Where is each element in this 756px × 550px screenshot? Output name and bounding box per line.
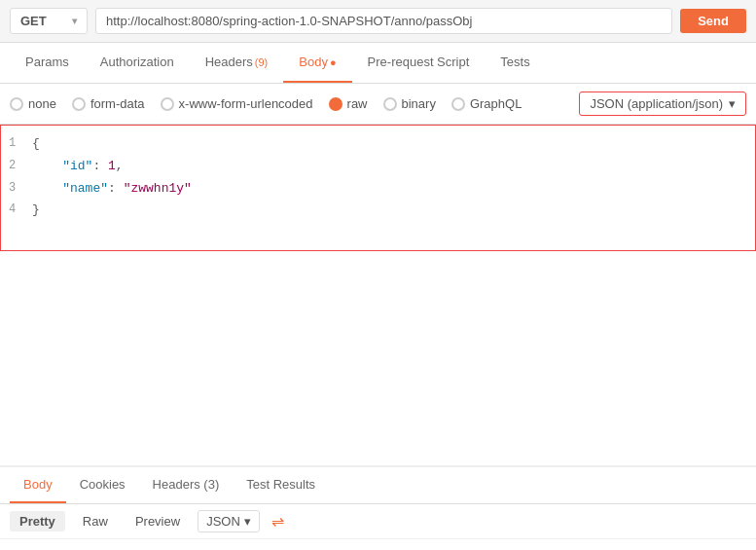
response-tab-body[interactable]: Body xyxy=(10,467,66,503)
fmt-btn-preview[interactable]: Preview xyxy=(126,511,190,532)
code-line: 1{ xyxy=(1,133,755,156)
body-options-bar: noneform-datax-www-form-urlencodedrawbin… xyxy=(0,84,756,125)
radio-urlencoded[interactable]: x-www-form-urlencoded xyxy=(161,96,313,111)
tab-prescript[interactable]: Pre-request Script xyxy=(352,43,486,83)
token-brace: : xyxy=(92,159,108,173)
radio-label-binary: binary xyxy=(402,96,436,111)
radio-raw[interactable]: raw xyxy=(329,96,368,111)
method-select[interactable]: GET ▾ xyxy=(10,8,88,34)
bottom-panel: BodyCookiesHeaders (3)Test Results Prett… xyxy=(0,465,756,550)
radio-circle-graphql xyxy=(451,97,465,111)
radio-label-raw: raw xyxy=(347,96,368,111)
code-line: 4} xyxy=(1,200,755,222)
token-num: 1 xyxy=(108,159,116,173)
token-key: "id" xyxy=(32,159,92,173)
code-line: 2 "id": 1, xyxy=(1,156,755,178)
token-brace: , xyxy=(116,159,124,173)
wrap-icon[interactable]: ⇌ xyxy=(271,512,284,531)
method-chevron-icon: ▾ xyxy=(72,16,77,26)
token-brace: : xyxy=(108,181,124,196)
response-format-bar: PrettyRawPreviewJSON▾⇌ xyxy=(0,504,756,539)
fmt-btn-pretty[interactable]: Pretty xyxy=(10,511,65,532)
radio-label-urlencoded: x-www-form-urlencoded xyxy=(179,96,313,111)
tab-headers[interactable]: Headers(9) xyxy=(190,43,284,83)
request-tab-bar: ParamsAuthorizationHeaders(9)Body●Pre-re… xyxy=(0,43,756,84)
line-content: "id": 1, xyxy=(32,157,747,177)
url-bar: GET ▾ Send xyxy=(0,0,756,43)
format-chevron-icon: ▾ xyxy=(729,96,736,111)
response-format-label: JSON xyxy=(206,514,240,529)
line-content: } xyxy=(32,201,747,221)
tab-badge-headers: (9) xyxy=(255,56,268,68)
url-input[interactable] xyxy=(95,8,672,34)
code-editor[interactable]: 1{2 "id": 1,3 "name": "zwwhn1y"4} xyxy=(0,125,756,251)
editor-space xyxy=(0,251,756,465)
line-number: 3 xyxy=(9,179,32,198)
code-line: 3 "name": "zwwhn1y" xyxy=(1,178,755,201)
send-button[interactable]: Send xyxy=(680,9,746,33)
response-tab-headers[interactable]: Headers (3) xyxy=(139,467,234,503)
response-content: 1url:/spring-action-1.0-SNAPSHOT/anno/pa… xyxy=(0,539,756,550)
radio-label-formdata: form-data xyxy=(90,96,145,111)
token-brace: { xyxy=(32,136,40,151)
radio-circle-urlencoded xyxy=(161,97,174,111)
response-tab-cookies[interactable]: Cookies xyxy=(66,467,139,503)
radio-label-none: none xyxy=(28,96,56,111)
line-content: "name": "zwwhn1y" xyxy=(32,179,747,200)
response-tab-bar: BodyCookiesHeaders (3)Test Results xyxy=(0,467,756,504)
radio-circle-raw xyxy=(329,97,342,111)
fmt-btn-raw[interactable]: Raw xyxy=(73,511,118,532)
radio-graphql[interactable]: GraphQL xyxy=(451,96,522,111)
tab-body[interactable]: Body● xyxy=(283,43,351,83)
radio-circle-none xyxy=(10,97,23,111)
tab-params[interactable]: Params xyxy=(10,43,85,83)
radio-binary[interactable]: binary xyxy=(383,96,436,111)
response-tab-testresults[interactable]: Test Results xyxy=(233,467,329,503)
format-dropdown[interactable]: JSON (application/json)▾ xyxy=(579,92,746,116)
radio-circle-binary xyxy=(383,97,397,111)
token-str: "zwwhn1y" xyxy=(124,181,192,196)
line-content: { xyxy=(32,134,747,155)
radio-circle-formdata xyxy=(72,97,86,111)
response-format-dropdown[interactable]: JSON▾ xyxy=(198,510,260,532)
tab-authorization[interactable]: Authorization xyxy=(85,43,190,83)
radio-label-graphql: GraphQL xyxy=(470,96,522,111)
format-label: JSON (application/json) xyxy=(590,96,723,111)
token-brace: } xyxy=(32,202,40,217)
radio-none[interactable]: none xyxy=(10,96,56,111)
tab-badge-body: ● xyxy=(330,56,337,68)
line-number: 2 xyxy=(9,157,32,175)
token-key: "name" xyxy=(32,181,108,196)
radio-formdata[interactable]: form-data xyxy=(72,96,145,111)
tab-tests[interactable]: Tests xyxy=(485,43,545,83)
line-number: 1 xyxy=(9,134,32,153)
line-number: 4 xyxy=(9,201,32,219)
response-format-chevron-icon: ▾ xyxy=(244,514,251,529)
method-label: GET xyxy=(20,14,47,28)
